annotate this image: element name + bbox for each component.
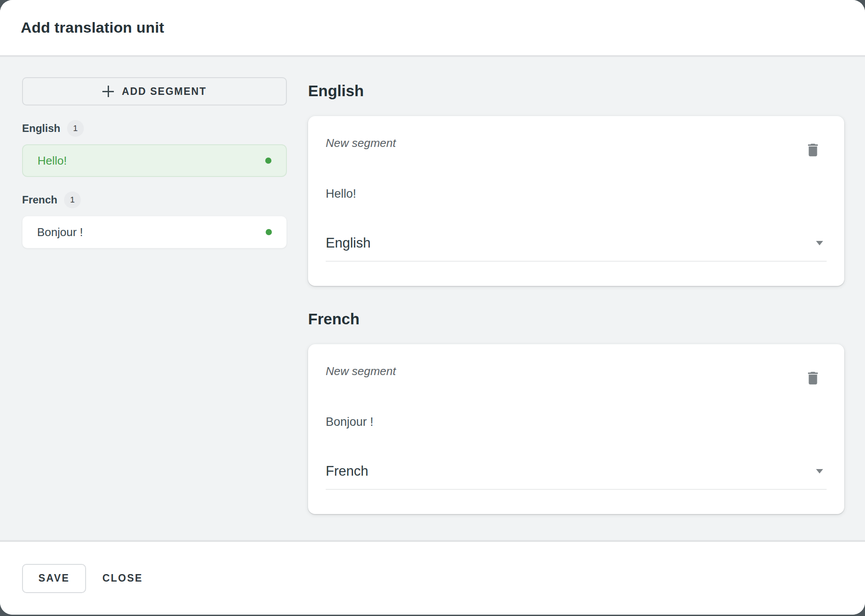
segment-card-header: New segment (326, 364, 827, 387)
segment-chip-text: Hello! (38, 154, 67, 168)
language-select[interactable]: French (326, 462, 827, 490)
segment-count-badge: 1 (67, 120, 84, 137)
segment-chip-french[interactable]: Bonjour ! (22, 216, 287, 248)
trash-icon (805, 369, 821, 387)
section-heading-french: French (308, 309, 844, 329)
language-select-value: French (326, 462, 368, 480)
close-button[interactable]: CLOSE (102, 572, 143, 584)
add-segment-label: ADD SEGMENT (122, 86, 207, 98)
plus-icon (102, 86, 114, 97)
segment-chip-text: Bonjour ! (37, 225, 83, 239)
dialog-footer: SAVE CLOSE (0, 540, 865, 615)
dialog-body: ADD SEGMENT English 1 Hello! French 1 Bo… (0, 57, 865, 540)
add-segment-button[interactable]: ADD SEGMENT (22, 77, 287, 105)
segment-editor: English New segment Hello! English Frenc… (308, 77, 844, 540)
segment-chip-english[interactable]: Hello! (22, 144, 287, 177)
save-button[interactable]: SAVE (22, 564, 86, 593)
segment-card-english: New segment Hello! English (308, 116, 844, 286)
segment-status-dot (265, 158, 271, 164)
language-group-name: English (22, 122, 60, 135)
segment-placeholder-label: New segment (326, 364, 396, 379)
delete-segment-button[interactable] (805, 369, 821, 387)
language-group-header-english: English 1 (22, 120, 287, 137)
caret-down-icon (816, 469, 823, 473)
dialog-header: Add translation unit (0, 0, 865, 57)
segments-sidebar: ADD SEGMENT English 1 Hello! French 1 Bo… (22, 77, 287, 540)
segment-card-french: New segment Bonjour ! French (308, 344, 844, 514)
delete-segment-button[interactable] (805, 141, 821, 159)
segment-text-field[interactable]: Bonjour ! (326, 414, 827, 430)
dialog-title: Add translation unit (21, 19, 164, 36)
segment-text-field[interactable]: Hello! (326, 186, 827, 202)
section-heading-english: English (308, 81, 844, 101)
language-select-value: English (326, 234, 371, 252)
segment-status-dot (266, 229, 272, 235)
caret-down-icon (816, 241, 823, 245)
segment-card-header: New segment (326, 135, 827, 159)
trash-icon (805, 141, 821, 159)
segment-count-badge: 1 (64, 192, 81, 208)
segment-placeholder-label: New segment (326, 135, 396, 150)
add-translation-unit-dialog: Add translation unit ADD SEGMENT English… (0, 0, 865, 615)
language-group-name: French (22, 194, 57, 206)
language-select[interactable]: English (326, 234, 827, 262)
language-group-header-french: French 1 (22, 192, 287, 208)
